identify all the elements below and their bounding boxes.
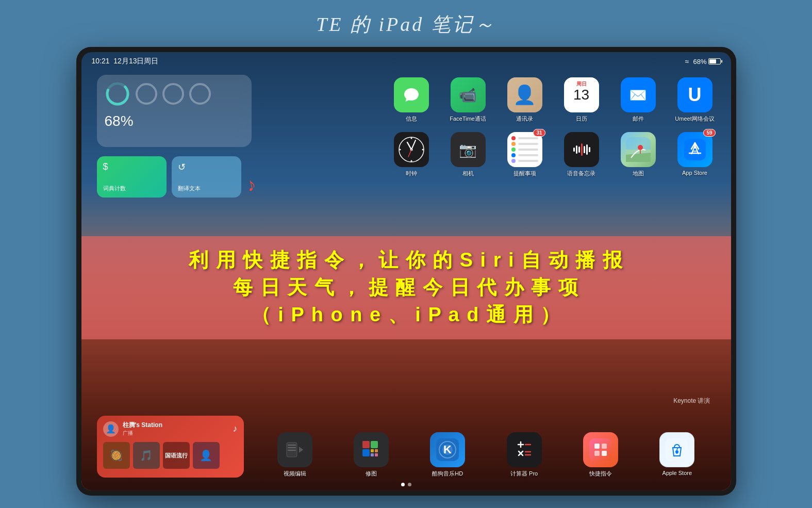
video-edit-icon bbox=[277, 432, 312, 467]
svg-rect-57 bbox=[589, 438, 612, 461]
svg-rect-15 bbox=[578, 146, 580, 153]
dock-app-apple-store[interactable]: Apple Store bbox=[656, 432, 698, 476]
calendar-day: 13 bbox=[573, 88, 589, 102]
music-station: 柱腾's Station bbox=[123, 421, 163, 430]
dock-app-shortcuts[interactable]: 快捷指令 bbox=[580, 432, 621, 478]
app-clock[interactable]: 时钟 bbox=[391, 132, 432, 177]
app-facetime[interactable]: 📹 FaceTime通话 bbox=[448, 77, 489, 123]
photo-edit-icon bbox=[354, 432, 389, 467]
small-widget-dict[interactable]: $ 词典计数 bbox=[97, 156, 167, 198]
small-widget-translate[interactable]: ↺ 翻译文本 bbox=[172, 156, 241, 198]
app-camera[interactable]: 📷 相机 bbox=[448, 132, 489, 177]
app-reminders[interactable]: 31 提醒事项 bbox=[504, 132, 545, 177]
svg-point-5 bbox=[410, 160, 412, 162]
app-row-2: 时钟 📷 相机 bbox=[257, 129, 716, 180]
photo-edit-label: 修图 bbox=[366, 470, 377, 478]
banner-line3: （ i P h o n e 、 i P a d 通 用 ） bbox=[102, 301, 710, 329]
page-title: TE 的 iPad 笔记～ bbox=[316, 11, 496, 38]
wifi-icon: ≈ bbox=[685, 57, 689, 65]
app-row-1: 信息 📹 FaceTime通话 👤 bbox=[257, 75, 716, 125]
status-bar: 10:21 12月13日周日 ≈ 68% bbox=[81, 52, 731, 71]
circle-2 bbox=[136, 83, 157, 105]
dict-label: 词典计数 bbox=[103, 185, 160, 192]
battery-container: 68% bbox=[693, 58, 720, 65]
music-header: 👤 柱腾's Station 广播 ♪ bbox=[103, 421, 238, 437]
svg-rect-42 bbox=[371, 453, 374, 456]
indicator-dot-2 bbox=[408, 483, 411, 486]
small-widgets-row: $ 词典计数 ↺ 翻译文本 bbox=[97, 156, 252, 198]
app-messages[interactable]: 信息 bbox=[391, 77, 432, 123]
apple-store-icon bbox=[659, 432, 694, 467]
umeet-label: Umeet网络会议 bbox=[675, 115, 714, 123]
video-edit-label: 视频编辑 bbox=[284, 470, 306, 478]
music-k-icon: K bbox=[430, 432, 465, 467]
widgets-apps-row: 68% $ 词典计数 ↺ 翻译文本 bbox=[81, 71, 731, 198]
app-appstore[interactable]: A 59 App Store bbox=[674, 132, 716, 177]
battery-main-circle bbox=[105, 81, 130, 107]
app-umeet[interactable]: U Umeet网络会议 bbox=[674, 77, 716, 123]
battery-percent-display: 68% bbox=[105, 113, 244, 129]
svg-point-4 bbox=[410, 138, 412, 139]
banner-line1: 利 用 快 捷 指 令 ， 让 你 的 S i r i 自 动 播 报 bbox=[102, 247, 710, 274]
dock-app-photo-edit[interactable]: 修图 bbox=[351, 432, 392, 478]
circle-4 bbox=[189, 83, 211, 105]
maps-label: 地图 bbox=[633, 170, 644, 177]
status-right: ≈ 68% bbox=[685, 57, 721, 65]
music-thumb-2: 🎵 bbox=[133, 442, 160, 469]
svg-rect-18 bbox=[586, 144, 588, 155]
dict-icon: $ bbox=[103, 161, 160, 172]
app-grid: 信息 📹 FaceTime通话 👤 bbox=[257, 75, 716, 198]
mail-icon: ✉️ bbox=[621, 77, 656, 112]
svg-rect-14 bbox=[576, 145, 577, 154]
app-calendar[interactable]: 周日 13 日历 bbox=[561, 77, 602, 123]
dock-app-music-k[interactable]: K 酷狗音乐HD bbox=[427, 432, 468, 478]
maps-icon bbox=[621, 132, 656, 167]
camera-icon: 📷 bbox=[451, 132, 486, 167]
svg-rect-19 bbox=[589, 147, 590, 152]
app-maps[interactable]: 地图 bbox=[618, 132, 659, 177]
contacts-icon: 👤 bbox=[507, 77, 542, 112]
svg-point-6 bbox=[399, 149, 401, 151]
battery-widget: 68% bbox=[97, 75, 252, 147]
voice-icon bbox=[564, 132, 599, 167]
messages-icon bbox=[394, 77, 429, 112]
voice-label: 语音备忘录 bbox=[567, 170, 595, 177]
dock-app-video-edit[interactable]: 视频编辑 bbox=[274, 432, 316, 478]
reminders-badge: 31 bbox=[533, 129, 545, 137]
indicator-dot-1 bbox=[401, 483, 405, 486]
svg-rect-17 bbox=[584, 146, 585, 153]
appstore-badge: 59 bbox=[703, 129, 715, 137]
svg-rect-41 bbox=[375, 449, 378, 452]
apple-store-label: Apple Store bbox=[662, 470, 692, 476]
dock-apps: 视频编辑 修图 bbox=[257, 432, 716, 478]
music-type: 广播 bbox=[123, 430, 163, 437]
camera-label: 相机 bbox=[462, 170, 474, 177]
svg-rect-37 bbox=[362, 441, 370, 448]
music-widget[interactable]: 👤 柱腾's Station 广播 ♪ 🥘 🎵 国语流行 👤 bbox=[97, 416, 244, 478]
svg-text:K: K bbox=[443, 443, 452, 456]
svg-rect-60 bbox=[594, 451, 600, 456]
clock-icon bbox=[394, 132, 429, 167]
music-note-icon: ♪ bbox=[233, 423, 238, 434]
svg-rect-48 bbox=[513, 438, 536, 461]
dock-app-calculator[interactable]: 计算器 Pro bbox=[504, 432, 545, 478]
circle-3 bbox=[162, 83, 184, 105]
svg-rect-61 bbox=[602, 451, 607, 456]
svg-rect-43 bbox=[375, 453, 378, 456]
app-voice-memo[interactable]: 语音备忘录 bbox=[561, 132, 602, 177]
battery-bar bbox=[708, 58, 721, 64]
app-contacts[interactable]: 👤 通讯录 bbox=[504, 77, 545, 123]
battery-circles bbox=[105, 81, 244, 107]
svg-rect-34 bbox=[288, 447, 296, 448]
ipad-screen: 10:21 12月13日周日 ≈ 68% bbox=[81, 52, 731, 490]
music-thumb-4: 👤 bbox=[193, 442, 220, 469]
appstore-icon-wrap: A 59 bbox=[677, 132, 712, 167]
svg-rect-38 bbox=[371, 441, 378, 448]
svg-rect-59 bbox=[602, 444, 607, 449]
svg-rect-33 bbox=[288, 445, 296, 446]
svg-point-23 bbox=[638, 145, 643, 150]
banner-text: 利 用 快 捷 指 令 ， 让 你 的 S i r i 自 动 播 报 每 日 … bbox=[102, 247, 710, 329]
app-mail[interactable]: ✉️ 邮件 bbox=[618, 77, 659, 123]
reminders-label: 提醒事项 bbox=[513, 170, 536, 177]
calculator-icon bbox=[507, 432, 542, 467]
